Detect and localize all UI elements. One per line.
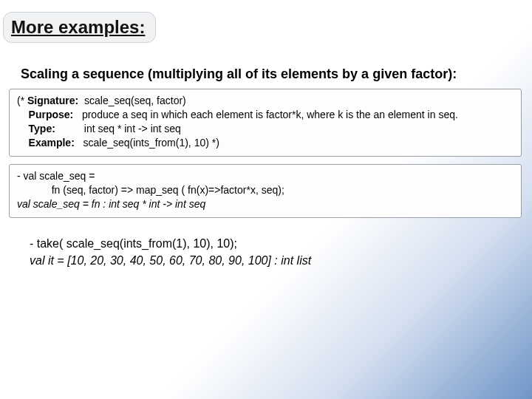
slide: More examples: Scaling a sequence (multi… xyxy=(0,0,532,399)
purpose-value: produce a seq in which each element is f… xyxy=(76,109,458,120)
type-label: Type: xyxy=(29,123,58,134)
invocation-block: - take( scale_seq(ints_from(1), 10), 10)… xyxy=(30,235,510,269)
purpose-label: Purpose: xyxy=(29,109,77,120)
spec-purpose-line: Purpose: produce a seq in which each ele… xyxy=(17,108,514,122)
definition-box: - val scale_seq = fn (seq, factor) => ma… xyxy=(9,164,522,218)
defn-line-2: fn (seq, factor) => map_seq ( fn(x)=>fac… xyxy=(17,183,514,197)
indent xyxy=(17,109,29,120)
invocation-call: - take( scale_seq(ints_from(1), 10), 10)… xyxy=(30,235,510,252)
indent xyxy=(17,123,29,134)
comment-open: (* xyxy=(17,95,27,106)
signature-value: scale_seq(seq, factor) xyxy=(81,95,186,106)
type-value: int seq * int -> int seq xyxy=(58,123,181,134)
example-label: Example: xyxy=(29,137,78,149)
invocation-result: val it = [10, 20, 30, 40, 50, 60, 70, 80… xyxy=(30,252,510,269)
subtitle: Scaling a sequence (multiplying all of i… xyxy=(21,66,457,82)
spec-comment-box: (* Signature: scale_seq(seq, factor) Pur… xyxy=(9,89,522,157)
indent xyxy=(17,137,29,149)
section-title: More examples: xyxy=(3,12,156,43)
spec-type-line: Type: int seq * int -> int seq xyxy=(17,122,514,136)
defn-result: val scale_seq = fn : int seq * int -> in… xyxy=(17,197,514,211)
spec-signature-line: (* Signature: scale_seq(seq, factor) xyxy=(17,94,514,108)
defn-line-1: - val scale_seq = xyxy=(17,169,514,183)
signature-label: Signature: xyxy=(27,95,81,106)
spec-example-line: Example: scale_seq(ints_from(1), 10) *) xyxy=(17,136,514,150)
example-value: scale_seq(ints_from(1), 10) *) xyxy=(78,137,219,149)
